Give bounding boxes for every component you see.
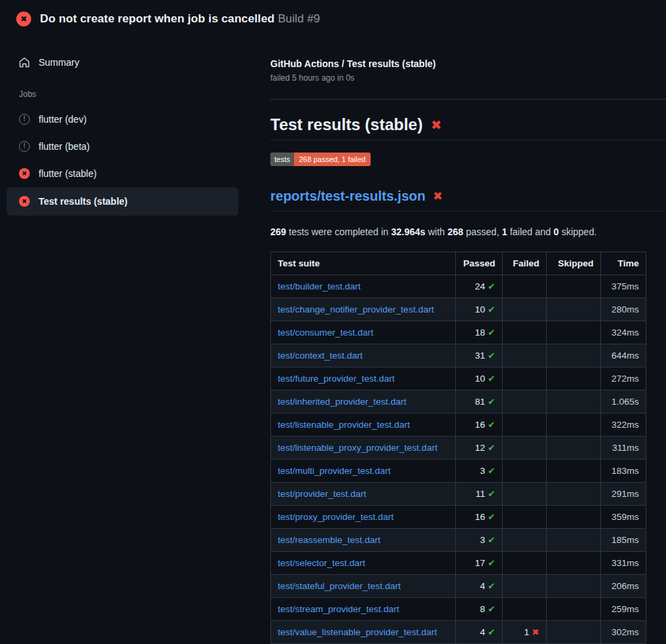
summary-text-part: passed, xyxy=(463,226,502,237)
section-title-text: Test results (stable) xyxy=(270,115,423,134)
count-value: 10 xyxy=(475,374,485,384)
failed-cell xyxy=(503,598,547,621)
table-row: test/reassemble_test.dart3✔185ms xyxy=(271,529,646,552)
time-cell: 206ms xyxy=(601,575,646,598)
summary-text-part: tests were completed in xyxy=(286,226,391,237)
summary-text-part: with xyxy=(425,226,448,237)
passed-cell: 3✔ xyxy=(456,529,503,552)
suite-link[interactable]: test/proxy_provider_test.dart xyxy=(278,512,394,522)
passed-cell: 10✔ xyxy=(456,298,503,321)
suite-link[interactable]: test/value_listenable_provider_test.dart xyxy=(278,627,437,637)
sidebar-item[interactable]: ✖flutter (stable) xyxy=(7,160,238,187)
sidebar-item[interactable]: ✖Test results (stable) xyxy=(7,187,238,216)
suite-link[interactable]: test/inherited_provider_test.dart xyxy=(278,397,407,407)
suite-cell: test/listenable_provider_test.dart xyxy=(271,414,456,437)
report-file-link[interactable]: reports/test-results.json xyxy=(270,188,425,204)
failed-cell xyxy=(503,298,547,321)
summary-text-part: skipped. xyxy=(559,226,597,237)
table-row: test/future_provider_test.dart10✔272ms xyxy=(271,367,646,390)
failed-cell xyxy=(503,529,547,552)
badge-value: 268 passed, 1 failed xyxy=(294,153,370,166)
sidebar-item-label: Summary xyxy=(39,57,79,68)
suite-cell: test/change_notifier_provider_test.dart xyxy=(271,298,456,321)
passed-cell: 31✔ xyxy=(456,344,503,367)
check-run-header: ✖ Do not create report when job is cance… xyxy=(0,0,666,26)
sidebar-item[interactable]: !flutter (beta) xyxy=(7,133,238,160)
sidebar-item-label: flutter (beta) xyxy=(39,141,89,152)
failed-cell: 1✖ xyxy=(503,621,547,644)
sidebar-item[interactable]: !flutter (dev) xyxy=(7,106,238,133)
passed-cell: 11✔ xyxy=(456,483,503,506)
section-title: Test results (stable)✖ xyxy=(270,115,666,140)
failed-cell xyxy=(503,575,547,598)
failed-cell xyxy=(503,437,547,460)
check-icon: ✔ xyxy=(488,466,495,476)
passed-cell: 4✔ xyxy=(456,621,503,644)
suite-cell: test/reassemble_test.dart xyxy=(271,529,456,552)
jobs-section-label: Jobs xyxy=(7,76,238,106)
suite-link[interactable]: test/stateful_provider_test.dart xyxy=(278,581,401,591)
time-cell: 375ms xyxy=(601,275,646,298)
x-circle-icon: ✖ xyxy=(19,168,30,179)
check-icon: ✔ xyxy=(488,558,495,568)
time-cell: 359ms xyxy=(601,506,646,529)
alert-circle-icon: ! xyxy=(19,114,30,125)
suite-link[interactable]: test/selector_test.dart xyxy=(278,558,365,568)
suite-link[interactable]: test/reassemble_test.dart xyxy=(278,535,381,545)
failed-cell xyxy=(503,414,547,437)
suite-link[interactable]: test/builder_test.dart xyxy=(278,281,360,291)
summary-text-part: failed and xyxy=(507,226,554,237)
suite-link[interactable]: test/stream_provider_test.dart xyxy=(278,604,399,614)
count-value: 4 xyxy=(480,627,486,637)
skipped-cell xyxy=(547,367,601,390)
summary-text-part: 32.964s xyxy=(391,226,425,237)
count-value: 81 xyxy=(475,397,485,407)
x-icon: ✖ xyxy=(433,190,442,202)
suite-cell: test/builder_test.dart xyxy=(271,275,456,298)
suite-link[interactable]: test/change_notifier_provider_test.dart xyxy=(278,304,434,315)
failed-cell xyxy=(503,321,547,344)
suite-cell: test/stateful_provider_test.dart xyxy=(271,575,456,598)
count-value: 31 xyxy=(475,350,485,361)
passed-cell: 8✔ xyxy=(456,598,503,621)
passed-cell: 10✔ xyxy=(456,367,503,390)
failed-cell xyxy=(503,275,547,298)
skipped-cell xyxy=(547,275,601,298)
suite-link[interactable]: test/consumer_test.dart xyxy=(278,327,373,338)
count-value: 3 xyxy=(480,535,486,545)
time-cell: 259ms xyxy=(601,598,646,621)
skipped-cell xyxy=(547,575,601,598)
table-row: test/listenable_provider_test.dart16✔322… xyxy=(271,414,646,437)
failed-cell xyxy=(503,367,547,390)
suite-cell: test/provider_test.dart xyxy=(271,483,456,506)
time-cell: 311ms xyxy=(601,437,646,460)
suite-cell: test/listenable_proxy_provider_test.dart xyxy=(271,437,456,460)
suite-link[interactable]: test/listenable_provider_test.dart xyxy=(278,420,410,430)
check-icon: ✔ xyxy=(488,489,495,499)
table-row: test/listenable_proxy_provider_test.dart… xyxy=(271,437,646,460)
table-header-row: Test suitePassedFailedSkippedTime xyxy=(271,252,646,275)
count-value: 4 xyxy=(480,581,486,591)
count-value: 17 xyxy=(475,558,485,568)
suite-link[interactable]: test/multi_provider_test.dart xyxy=(278,466,391,476)
suite-link[interactable]: test/provider_test.dart xyxy=(278,489,367,499)
count-value: 18 xyxy=(475,327,485,338)
check-icon: ✔ xyxy=(488,327,495,338)
main-content: GitHub Actions / Test results (stable) f… xyxy=(270,58,666,644)
count-value: 3 xyxy=(480,466,486,476)
sidebar-item-summary[interactable]: Summary xyxy=(7,49,238,76)
results-table: Test suitePassedFailedSkippedTime test/b… xyxy=(270,251,646,644)
suite-link[interactable]: test/context_test.dart xyxy=(278,350,362,361)
count-value: 24 xyxy=(475,281,485,291)
table-row: test/change_notifier_provider_test.dart1… xyxy=(271,298,646,321)
home-icon xyxy=(19,57,30,68)
column-header: Test suite xyxy=(271,252,456,275)
table-row: test/inherited_provider_test.dart81✔1.06… xyxy=(271,390,646,414)
report-file-heading: reports/test-results.json✖ xyxy=(270,188,666,212)
suite-link[interactable]: test/future_provider_test.dart xyxy=(278,374,395,384)
failed-cell xyxy=(503,390,547,414)
suite-link[interactable]: test/listenable_proxy_provider_test.dart xyxy=(278,443,438,453)
passed-cell: 3✔ xyxy=(456,460,503,483)
check-icon: ✔ xyxy=(488,281,495,291)
count-value: 12 xyxy=(475,443,485,453)
